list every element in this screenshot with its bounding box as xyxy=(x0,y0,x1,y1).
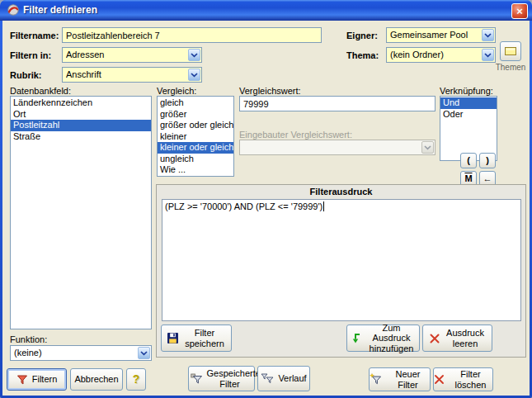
filterausdruck-textarea[interactable]: (PLZ >= '70000') AND (PLZ <= '79999') xyxy=(162,199,521,321)
help-icon: ? xyxy=(133,372,140,386)
memory-icon: M xyxy=(464,173,472,184)
themen-button[interactable] xyxy=(500,41,521,61)
filterausdruck-title: Filterausdruck xyxy=(157,187,525,197)
list-item-selected[interactable]: Und xyxy=(440,97,497,109)
vergleichswert-label: Vergleichswert: xyxy=(239,86,301,96)
filter-speichern-label: Filter speichern xyxy=(183,328,226,348)
verlauf-button[interactable]: Verlauf xyxy=(257,366,310,391)
thema-combobox[interactable]: (kein Ordner) xyxy=(386,47,496,63)
gespeicherte-filter-label: Gespeicherte Filter xyxy=(207,368,253,389)
clear-icon xyxy=(429,333,440,344)
text-caret xyxy=(323,201,324,211)
saved-filter-icon xyxy=(191,373,203,385)
eigner-combobox[interactable]: Gemeinsamer Pool xyxy=(386,27,496,43)
chevron-down-icon[interactable] xyxy=(188,69,200,81)
close-button[interactable]: × xyxy=(511,3,528,19)
abbrechen-button[interactable]: Abbrechen xyxy=(70,368,123,391)
neuer-filter-button[interactable]: Neuer Filter xyxy=(369,367,431,391)
funktion-value: (keine) xyxy=(14,348,136,358)
list-item[interactable]: Straße xyxy=(11,131,151,143)
paren-close-button[interactable]: ) xyxy=(479,153,496,168)
verknuepfung-label: Verknüpfung: xyxy=(440,86,493,96)
paren-close-icon: ) xyxy=(486,155,489,166)
filter-loeschen-button[interactable]: Filter löschen xyxy=(433,367,493,391)
filter-loeschen-label: Filter löschen xyxy=(449,369,492,390)
add-icon xyxy=(350,332,362,345)
zum-ausdruck-label: Zum Ausdruck hinzufügen xyxy=(366,323,417,354)
rubrik-label: Rubrik: xyxy=(10,70,42,80)
vergleich-listbox[interactable]: gleich größer größer oder gleich kleiner… xyxy=(157,96,234,177)
list-item-selected[interactable]: kleiner oder gleich xyxy=(158,142,233,154)
chevron-down-icon[interactable] xyxy=(188,49,200,61)
filtern-in-value: Adressen xyxy=(66,50,186,59)
thema-value: (kein Ordner) xyxy=(390,50,480,59)
ausdruck-leeren-label: Ausdruck leeren xyxy=(445,328,486,348)
window-title: Filter definieren xyxy=(23,4,97,16)
chevron-down-icon[interactable] xyxy=(482,29,494,41)
zum-ausdruck-hinzufuegen-button[interactable]: Zum Ausdruck hinzufügen xyxy=(346,325,420,352)
save-icon xyxy=(167,332,179,344)
chevron-down-icon[interactable] xyxy=(482,49,494,61)
abbrechen-label: Abbrechen xyxy=(74,374,118,385)
filter-speichern-button[interactable]: Filter speichern xyxy=(161,325,232,352)
eigner-value: Gemeinsamer Pool xyxy=(390,30,480,40)
list-item[interactable]: gleich xyxy=(158,97,233,109)
close-icon: × xyxy=(516,5,523,17)
app-icon xyxy=(7,3,20,17)
filtern-label: Filtern xyxy=(32,374,58,385)
gespeicherte-filter-button[interactable]: Gespeicherte Filter xyxy=(188,366,255,391)
chevron-down-icon-disabled xyxy=(421,141,434,154)
vergleich-label: Vergleich: xyxy=(157,86,196,96)
neuer-filter-label: Neuer Filter xyxy=(386,369,430,390)
eingebauter-vergleichswert-combobox xyxy=(239,140,435,155)
list-item[interactable]: größer xyxy=(158,109,233,121)
filtern-icon xyxy=(16,374,28,386)
filtername-label: Filtername: xyxy=(10,31,59,40)
list-item[interactable]: kleiner xyxy=(158,131,233,143)
thema-label: Thema: xyxy=(346,50,379,60)
eigner-label: Eigner: xyxy=(346,31,378,40)
new-filter-icon xyxy=(370,373,382,386)
themen-caption: Themen xyxy=(493,63,528,72)
datenbankfeld-listbox[interactable]: Länderkennzeichen Ort Postleitzahl Straß… xyxy=(10,96,152,329)
filter-expression: (PLZ >= '70000') AND (PLZ <= '79999') xyxy=(165,201,322,211)
rubrik-combobox[interactable]: Anschrift xyxy=(62,67,202,83)
filter-dialog-window: Filter definieren × Filtername: Eigner: … xyxy=(0,0,532,398)
filtern-in-label: Filtern in: xyxy=(10,50,51,60)
filtern-in-combobox[interactable]: Adressen xyxy=(62,47,202,63)
list-item[interactable]: Oder xyxy=(440,109,497,121)
verlauf-icon xyxy=(261,373,274,384)
rubrik-value: Anschrift xyxy=(66,69,186,79)
backspace-icon: ← xyxy=(483,173,492,184)
eingebauter-vergleichswert-label: Eingebauter Vergleichswert: xyxy=(239,130,352,140)
themen-icon xyxy=(504,45,517,57)
list-item[interactable]: Ort xyxy=(11,109,151,121)
vergleichswert-input[interactable] xyxy=(239,96,435,111)
title-bar[interactable]: Filter definieren × xyxy=(0,0,532,21)
verlauf-label: Verlauf xyxy=(278,373,306,384)
datenbankfeld-label: Datenbankfeld: xyxy=(10,86,71,96)
funktion-combobox[interactable]: (keine) xyxy=(10,345,152,361)
list-item[interactable]: Länderkennzeichen xyxy=(11,97,151,109)
ausdruck-leeren-button[interactable]: Ausdruck leeren xyxy=(422,325,492,352)
filtername-input[interactable] xyxy=(62,27,322,43)
paren-open-button[interactable]: ( xyxy=(460,153,477,168)
list-item[interactable]: ungleich xyxy=(158,154,233,165)
chevron-down-icon[interactable] xyxy=(138,347,150,359)
filtern-button[interactable]: Filtern xyxy=(7,368,67,391)
list-item[interactable]: Wie ... xyxy=(158,164,233,176)
list-item-selected[interactable]: Postleitzahl xyxy=(11,120,151,131)
verknuepfung-listbox[interactable]: Und Oder xyxy=(440,96,497,161)
funktion-label: Funktion: xyxy=(10,334,47,344)
list-item[interactable]: größer oder gleich xyxy=(158,120,233,131)
paren-open-icon: ( xyxy=(467,155,470,166)
hilfe-button[interactable]: ? xyxy=(126,368,146,391)
delete-icon xyxy=(434,374,445,385)
